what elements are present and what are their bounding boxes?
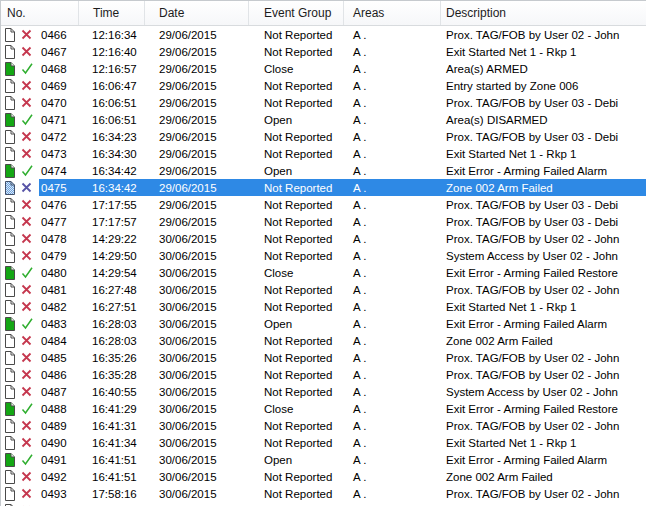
document-icon bbox=[4, 249, 16, 263]
cell-date: 30/06/2015 bbox=[145, 284, 249, 296]
table-row[interactable]: 049016:41:3430/06/2015Not ReportedA .Exi… bbox=[1, 434, 646, 451]
cell-group: Open bbox=[249, 165, 344, 177]
table-row[interactable]: 048116:27:4830/06/2015Not ReportedA .Pro… bbox=[1, 281, 646, 298]
cell-time: 14:29:50 bbox=[79, 250, 145, 262]
table-row[interactable]: 048416:28:0330/06/2015Not ReportedA .Zon… bbox=[1, 332, 646, 349]
red-x-icon bbox=[21, 284, 32, 295]
cell-areas: A . bbox=[344, 454, 441, 466]
red-x-icon bbox=[21, 369, 32, 380]
red-x-icon bbox=[21, 488, 32, 499]
cell-areas: A . bbox=[344, 318, 441, 330]
document-icon bbox=[4, 368, 16, 382]
cell-time: 14:29:22 bbox=[79, 233, 145, 245]
document-icon bbox=[4, 96, 16, 110]
cell-group: Not Reported bbox=[249, 420, 344, 432]
table-row[interactable]: 047914:29:5030/06/2015Not ReportedA .Sys… bbox=[1, 247, 646, 264]
cell-desc: Exit Started Net 1 - Rkp 1 bbox=[441, 148, 646, 160]
table-row[interactable]: 047416:34:4229/06/2015OpenA .Exit Error … bbox=[1, 162, 646, 179]
document-icon bbox=[4, 487, 16, 501]
column-header-time[interactable]: Time bbox=[79, 1, 145, 25]
table-row[interactable]: 048816:41:2930/06/2015CloseA .Exit Error… bbox=[1, 400, 646, 417]
cell-group: Not Reported bbox=[249, 250, 344, 262]
table-row[interactable]: 048216:27:5130/06/2015Not ReportedA .Exi… bbox=[1, 298, 646, 315]
cell-group: Not Reported bbox=[249, 46, 344, 58]
row-status-icons bbox=[1, 94, 39, 111]
cell-date: 29/06/2015 bbox=[145, 199, 249, 211]
green-check-icon bbox=[21, 114, 33, 126]
table-row[interactable]: 047814:29:2230/06/2015Not ReportedA .Pro… bbox=[1, 230, 646, 247]
cell-time: 12:16:34 bbox=[79, 29, 145, 41]
table-row[interactable]: 047316:34:3029/06/2015Not ReportedA .Exi… bbox=[1, 145, 646, 162]
row-status-icons bbox=[1, 26, 39, 43]
cell-desc: Exit Error - Arming Failed Alarm bbox=[441, 165, 646, 177]
cell-areas: A . bbox=[344, 488, 441, 500]
table-row[interactable]: 048014:29:5430/06/2015CloseA .Exit Error… bbox=[1, 264, 646, 281]
table-row-partial[interactable] bbox=[1, 502, 646, 506]
table-row[interactable]: 047216:34:2329/06/2015Not ReportedA .Pro… bbox=[1, 128, 646, 145]
cell-date: 29/06/2015 bbox=[145, 131, 249, 143]
document-icon-green bbox=[4, 317, 16, 331]
red-x-icon bbox=[21, 233, 32, 244]
cell-no: 0492 bbox=[39, 471, 79, 483]
cell-no: 0468 bbox=[39, 63, 79, 75]
cell-date: 29/06/2015 bbox=[145, 165, 249, 177]
cell-date: 30/06/2015 bbox=[145, 267, 249, 279]
row-status-icons bbox=[1, 43, 39, 60]
cell-group: Not Reported bbox=[249, 471, 344, 483]
table-row[interactable]: 047016:06:5129/06/2015Not ReportedA .Pro… bbox=[1, 94, 646, 111]
row-status-icons bbox=[1, 213, 39, 230]
cell-date: 30/06/2015 bbox=[145, 471, 249, 483]
cell-no: 0471 bbox=[39, 114, 79, 126]
table-row[interactable]: 047717:17:5729/06/2015Not ReportedA .Pro… bbox=[1, 213, 646, 230]
cell-desc: System Access by User 02 - John bbox=[441, 386, 646, 398]
table-row[interactable]: 046712:16:4029/06/2015Not ReportedA .Exi… bbox=[1, 43, 646, 60]
column-header-areas[interactable]: Areas bbox=[344, 1, 441, 25]
cell-time: 16:35:26 bbox=[79, 352, 145, 364]
cell-areas: A . bbox=[344, 301, 441, 313]
cell-areas: A . bbox=[344, 199, 441, 211]
cell-desc: Area(s) DISARMED bbox=[441, 114, 646, 126]
cell-group: Not Reported bbox=[249, 233, 344, 245]
cell-time: 12:16:40 bbox=[79, 46, 145, 58]
table-row[interactable]: 048316:28:0330/06/2015OpenA .Exit Error … bbox=[1, 315, 646, 332]
table-row[interactable]: 046916:06:4729/06/2015Not ReportedA .Ent… bbox=[1, 77, 646, 94]
table-row[interactable]: 047116:06:5129/06/2015OpenA .Area(s) DIS… bbox=[1, 111, 646, 128]
cell-no: 0481 bbox=[39, 284, 79, 296]
table-row[interactable]: 049216:41:5130/06/2015Not ReportedA .Zon… bbox=[1, 468, 646, 485]
table-row[interactable]: 047516:34:4229/06/2015Not ReportedA .Zon… bbox=[1, 179, 646, 196]
column-header-date[interactable]: Date bbox=[145, 1, 249, 25]
red-x-icon bbox=[21, 97, 32, 108]
row-status-icons bbox=[1, 502, 39, 506]
cell-desc: Prox. TAG/FOB by User 02 - John bbox=[441, 369, 646, 381]
cell-areas: A . bbox=[344, 267, 441, 279]
table-row[interactable]: 046812:16:5729/06/2015CloseA .Area(s) AR… bbox=[1, 60, 646, 77]
cell-areas: A . bbox=[344, 335, 441, 347]
cell-date: 29/06/2015 bbox=[145, 46, 249, 58]
document-icon bbox=[4, 79, 16, 93]
column-header-no[interactable]: No. bbox=[1, 1, 79, 25]
cell-date: 30/06/2015 bbox=[145, 420, 249, 432]
table-row[interactable]: 048516:35:2630/06/2015Not ReportedA .Pro… bbox=[1, 349, 646, 366]
table-row[interactable]: 046612:16:3429/06/2015Not ReportedA .Pro… bbox=[1, 26, 646, 43]
cell-time: 14:29:54 bbox=[79, 267, 145, 279]
column-header-description[interactable]: Description bbox=[441, 1, 646, 25]
table-row[interactable]: 048916:41:3130/06/2015Not ReportedA .Pro… bbox=[1, 417, 646, 434]
column-header-event-group[interactable]: Event Group bbox=[249, 1, 344, 25]
document-icon bbox=[4, 419, 16, 433]
table-row[interactable]: 049317:58:1630/06/2015Not ReportedA .Pro… bbox=[1, 485, 646, 502]
cell-group: Not Reported bbox=[249, 488, 344, 500]
cell-no: 0493 bbox=[39, 488, 79, 500]
row-status-icons bbox=[1, 315, 39, 332]
table-row[interactable]: 048616:35:2830/06/2015Not ReportedA .Pro… bbox=[1, 366, 646, 383]
cell-date: 29/06/2015 bbox=[145, 216, 249, 228]
cell-no: 0472 bbox=[39, 131, 79, 143]
document-icon bbox=[4, 300, 16, 314]
table-row[interactable]: 049116:41:5130/06/2015OpenA .Exit Error … bbox=[1, 451, 646, 468]
cell-time: 16:41:34 bbox=[79, 437, 145, 449]
table-row[interactable]: 047617:17:5529/06/2015Not ReportedA .Pro… bbox=[1, 196, 646, 213]
table-row[interactable]: 048716:40:5530/06/2015Not ReportedA .Sys… bbox=[1, 383, 646, 400]
cell-time: 16:41:51 bbox=[79, 471, 145, 483]
cell-time: 16:41:29 bbox=[79, 403, 145, 415]
cell-desc: Exit Started Net 1 - Rkp 1 bbox=[441, 437, 646, 449]
document-icon bbox=[4, 470, 16, 484]
